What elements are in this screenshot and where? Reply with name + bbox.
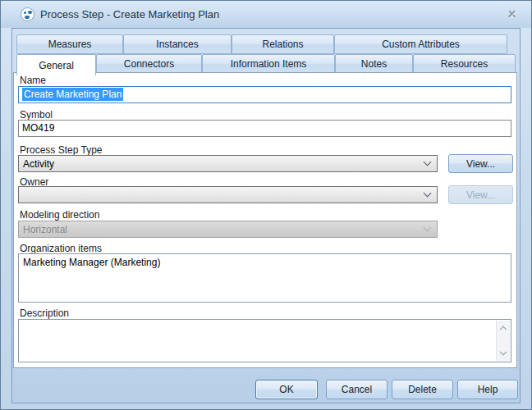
tab-label: Notes xyxy=(361,58,387,70)
help-button[interactable]: Help xyxy=(457,380,518,399)
tab-instances[interactable]: Instances xyxy=(123,34,232,54)
selected-text: Create Marketing Plan xyxy=(22,88,123,101)
tab-general[interactable]: General xyxy=(16,54,96,75)
delete-button[interactable]: Delete xyxy=(392,380,453,399)
dialog-client-area: Measures Instances Relations Custom Attr… xyxy=(11,28,521,403)
scroll-down-icon[interactable] xyxy=(497,348,510,361)
vertical-scrollbar[interactable] xyxy=(496,321,510,361)
tab-label: Measures xyxy=(48,39,92,50)
tab-label: Resources xyxy=(441,58,488,70)
chevron-down-icon xyxy=(424,224,432,232)
tab-information-items[interactable]: Information Items xyxy=(202,54,335,74)
tab-label: Custom Attributes xyxy=(382,39,460,50)
tab-notes[interactable]: Notes xyxy=(335,54,413,74)
process-step-type-label: Process Step Type xyxy=(20,144,103,156)
chevron-down-icon xyxy=(424,189,432,198)
window-title: Process Step - Create Marketing Plan xyxy=(40,8,219,20)
modeling-direction-dropdown: Horizontal xyxy=(18,221,438,238)
name-label: Name xyxy=(20,75,46,86)
tab-label: Instances xyxy=(156,39,198,50)
tab-measures[interactable]: Measures xyxy=(16,34,123,54)
tab-resources[interactable]: Resources xyxy=(413,54,516,74)
tab-label: Relations xyxy=(262,39,303,50)
tab-connectors[interactable]: Connectors xyxy=(96,54,202,74)
description-label: Description xyxy=(20,308,69,319)
general-tab-panel: Name Create Marketing Plan Symbol MO419 … xyxy=(13,72,517,368)
process-step-icon xyxy=(21,7,34,21)
dialog-window: Process Step - Create Marketing Plan Mea… xyxy=(0,0,532,410)
tab-label: General xyxy=(39,60,74,71)
dropdown-value: Horizontal xyxy=(23,224,67,235)
ok-button[interactable]: OK xyxy=(255,380,318,399)
name-input[interactable]: Create Marketing Plan xyxy=(18,86,511,103)
chevron-down-icon xyxy=(424,158,432,166)
title-bar: Process Step - Create Marketing Plan xyxy=(1,1,531,28)
tab-label: Information Items xyxy=(231,58,307,70)
close-icon[interactable] xyxy=(506,8,518,20)
symbol-input[interactable]: MO419 xyxy=(18,120,511,137)
scroll-up-icon[interactable] xyxy=(497,321,510,334)
cancel-button[interactable]: Cancel xyxy=(326,380,388,399)
description-textarea[interactable] xyxy=(18,319,511,362)
symbol-label: Symbol xyxy=(20,109,53,121)
tab-relations[interactable]: Relations xyxy=(232,34,334,54)
modeling-direction-label: Modeling direction xyxy=(20,209,99,221)
view-process-step-type-button[interactable]: View... xyxy=(448,154,513,173)
organization-items-label: Organization items xyxy=(20,243,102,254)
tab-label: Connectors xyxy=(124,58,174,70)
organization-items-list[interactable]: Marketing Manager (Marketing) xyxy=(18,253,511,303)
owner-dropdown[interactable] xyxy=(18,186,438,203)
tab-custom-attributes[interactable]: Custom Attributes xyxy=(334,34,507,54)
process-step-type-dropdown[interactable]: Activity xyxy=(18,155,438,172)
view-owner-button: View... xyxy=(448,185,513,204)
organization-item: Marketing Manager (Marketing) xyxy=(23,257,160,268)
dropdown-value: Activity xyxy=(23,158,54,170)
